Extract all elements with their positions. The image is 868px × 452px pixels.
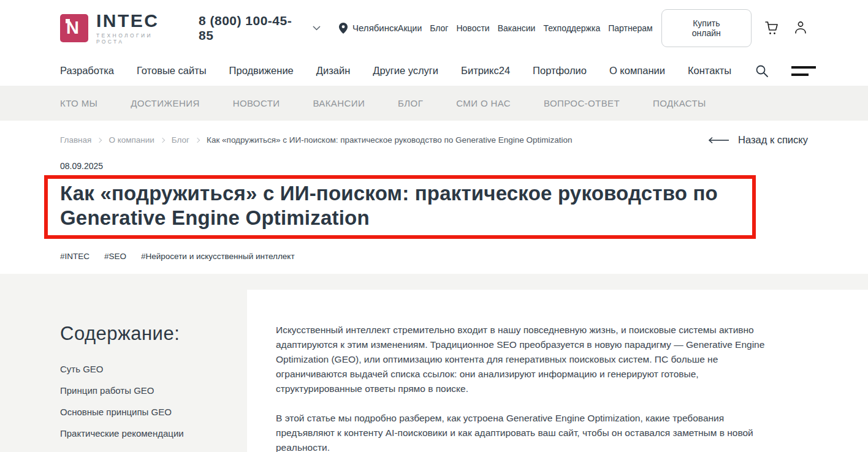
subnav-vopros-otvet[interactable]: ВОПРОС-ОТВЕТ xyxy=(544,98,620,108)
toc-item-prakticheskie-rekomendacii[interactable]: Практические рекомендации xyxy=(60,428,247,439)
menu-icon[interactable] xyxy=(791,66,816,76)
nav-gotovye-sajty[interactable]: Готовые сайты xyxy=(137,65,207,77)
back-arrow-icon xyxy=(707,137,729,144)
toc-item-instrumenty[interactable]: Инструменты для GEO xyxy=(60,450,247,452)
logo[interactable]: N INTEC ТЕХНОЛОГИИ РОСТА xyxy=(60,12,184,45)
back-to-list-label: Назад к списку xyxy=(738,134,808,146)
top-links: Акции Блог Новости Вакансии Техподдержка… xyxy=(398,23,653,33)
city-label: Челябинск xyxy=(352,23,398,33)
article-date: 08.09.2025 xyxy=(60,161,808,171)
back-to-list-link[interactable]: Назад к списку xyxy=(707,134,808,146)
breadcrumb-row: Главная О компании Блог Как «подружиться… xyxy=(0,134,868,146)
cart-icon[interactable] xyxy=(764,21,780,36)
toc-item-princip-raboty[interactable]: Принцип работы GEO xyxy=(60,385,247,396)
tag-intec[interactable]: #INTEC xyxy=(60,252,89,261)
breadcrumb-home[interactable]: Главная xyxy=(60,135,91,145)
article-paragraph: В этой статье мы подробно разберем, как … xyxy=(276,411,777,452)
main-nav: Разработка Готовые сайты Продвижение Диз… xyxy=(0,56,868,86)
subnav-smi-o-nas[interactable]: СМИ О НАС xyxy=(456,98,511,108)
article-paragraph: Искусственный интеллект стремительно вхо… xyxy=(276,323,777,396)
subnav-vakansii[interactable]: ВАКАНСИИ xyxy=(313,98,365,108)
chevron-right-icon xyxy=(195,137,200,142)
toc-item-sut-geo[interactable]: Суть GEO xyxy=(60,364,247,374)
nav-bitrix24[interactable]: Битрикс24 xyxy=(461,65,510,77)
top-link-novosti[interactable]: Новости xyxy=(456,23,489,33)
subnav-podkasty[interactable]: ПОДКАСТЫ xyxy=(653,98,706,108)
tag-seo[interactable]: #SEO xyxy=(104,252,126,261)
chevron-right-icon xyxy=(160,137,165,142)
logo-mark-icon: N xyxy=(60,14,88,42)
nav-razrabotka[interactable]: Разработка xyxy=(60,65,114,77)
city-selector[interactable]: Челябинск xyxy=(339,23,398,34)
nav-o-kompanii[interactable]: О компании xyxy=(609,65,665,77)
subnav-novosti[interactable]: НОВОСТИ xyxy=(233,98,280,108)
phone-number: 8 (800) 100-45-85 xyxy=(199,13,306,43)
tag-list: #INTEC #SEO #Нейросети и искусственный и… xyxy=(60,252,808,261)
logo-tagline: ТЕХНОЛОГИИ РОСТА xyxy=(96,32,184,45)
toc-title: Содержание: xyxy=(60,323,247,345)
nav-portfolio[interactable]: Портфолио xyxy=(533,65,587,77)
breadcrumb: Главная О компании Блог Как «подружиться… xyxy=(60,135,573,145)
top-link-tehpodderzhka[interactable]: Техподдержка xyxy=(543,23,600,33)
phone-dropdown[interactable]: 8 (800) 100-45-85 xyxy=(199,13,321,43)
buy-online-button[interactable]: Купить онлайн xyxy=(661,9,752,47)
nav-drugie-uslugi[interactable]: Другие услуги xyxy=(373,65,438,77)
highlight-box: Как «подружиться» с ИИ-поиском: практиче… xyxy=(44,175,756,239)
subnav-dostizheniya[interactable]: ДОСТИЖЕНИЯ xyxy=(131,98,199,108)
location-pin-icon xyxy=(339,23,348,34)
chevron-right-icon xyxy=(97,137,102,142)
tag-neural[interactable]: #Нейросети и искусственный интеллект xyxy=(141,252,295,261)
nav-dizajn[interactable]: Дизайн xyxy=(316,65,350,77)
top-link-blog[interactable]: Блог xyxy=(430,23,448,33)
page-title: Как «подружиться» с ИИ-поиском: практиче… xyxy=(60,181,742,230)
company-subnav: КТО МЫ ДОСТИЖЕНИЯ НОВОСТИ ВАКАНСИИ БЛОГ … xyxy=(0,86,868,121)
breadcrumb-company[interactable]: О компании xyxy=(108,135,154,145)
chevron-down-icon xyxy=(313,26,321,31)
table-of-contents: Содержание: Суть GEO Принцип работы GEO … xyxy=(0,274,247,452)
breadcrumb-blog[interactable]: Блог xyxy=(172,135,189,145)
user-icon[interactable] xyxy=(793,21,808,36)
article-content: Искусственный интеллект стремительно вхо… xyxy=(247,290,868,452)
nav-prodvizhenie[interactable]: Продвижение xyxy=(229,65,294,77)
nav-kontakty[interactable]: Контакты xyxy=(688,65,731,77)
top-link-akcii[interactable]: Акции xyxy=(398,23,422,33)
subnav-blog[interactable]: БЛОГ xyxy=(398,98,423,108)
subnav-kto-my[interactable]: КТО МЫ xyxy=(60,98,97,108)
logo-name: INTEC xyxy=(96,12,184,30)
top-link-partneram[interactable]: Партнерам xyxy=(608,23,652,33)
logo-letter: N xyxy=(66,18,79,38)
article-body-section: Содержание: Суть GEO Принцип работы GEO … xyxy=(0,274,868,452)
top-link-vakansii[interactable]: Вакансии xyxy=(498,23,536,33)
breadcrumb-current: Как «подружиться» с ИИ-поиском: практиче… xyxy=(207,135,573,145)
header: N INTEC ТЕХНОЛОГИИ РОСТА 8 (800) 100-45-… xyxy=(0,0,868,56)
toc-item-osnovnye-principy[interactable]: Основные принципы GEO xyxy=(60,407,247,417)
search-icon[interactable] xyxy=(755,64,769,78)
